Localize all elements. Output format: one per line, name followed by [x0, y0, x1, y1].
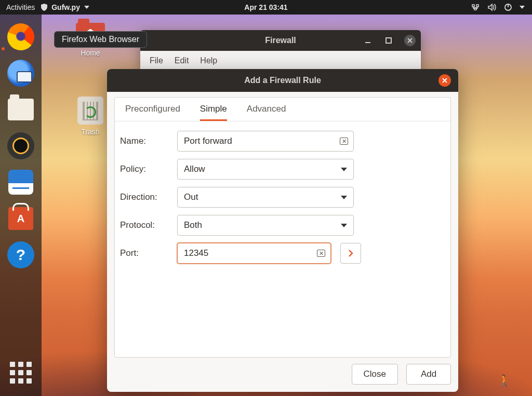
policy-select[interactable]: Allow [177, 159, 354, 180]
power-icon[interactable] [504, 3, 512, 11]
dock: ? [0, 15, 42, 396]
desktop-trash-label: Trash [70, 128, 111, 136]
desktop-home-label: Home [70, 49, 111, 57]
shield-icon [40, 3, 48, 11]
dialog-footer: Close Add [107, 358, 458, 392]
dock-help[interactable]: ? [7, 241, 35, 269]
close-button[interactable] [404, 35, 416, 46]
wallpaper-hiker: 🚶 [497, 374, 511, 388]
clock[interactable]: Apr 21 03:41 [244, 3, 287, 11]
menu-edit[interactable]: Edit [175, 56, 189, 65]
dialog-title: Add a Firewall Rule [244, 76, 321, 85]
dialog-panel: Preconfigured Simple Advanced Name: Port… [114, 97, 451, 358]
grid-icon [10, 362, 32, 384]
caret-down-icon [84, 6, 89, 9]
dock-software[interactable] [7, 204, 35, 233]
firewall-window: Firewall File Edit Help [140, 30, 421, 72]
label-protocol: Protocol: [120, 220, 168, 230]
minimize-button[interactable] [363, 35, 373, 46]
dialog-titlebar[interactable]: Add a Firewall Rule [107, 69, 458, 92]
firewall-titlebar[interactable]: Firewall [140, 30, 421, 51]
clear-port-button[interactable]: ✕ [317, 250, 325, 257]
firewall-title: Firewall [265, 36, 296, 45]
add-rule-dialog: Add a Firewall Rule Preconfigured Simple… [107, 69, 458, 392]
firewall-menubar: File Edit Help [140, 51, 421, 71]
port-input-value: 12345 [184, 248, 208, 258]
svg-rect-1 [386, 38, 391, 43]
caret-down-icon [341, 168, 347, 171]
label-name: Name: [120, 136, 168, 146]
label-direction: Direction: [120, 192, 168, 202]
dock-firefox[interactable] [7, 23, 35, 51]
document-icon [8, 170, 33, 195]
direction-select[interactable]: Out [177, 187, 354, 208]
activities-button[interactable]: Activities [6, 3, 35, 11]
caret-down-icon [341, 224, 347, 227]
system-menu-caret-icon[interactable] [520, 6, 525, 9]
protocol-value: Both [184, 220, 202, 230]
tab-simple[interactable]: Simple [200, 104, 227, 121]
trash-icon [77, 97, 103, 125]
port-next-button[interactable] [340, 243, 361, 264]
desktop-trash[interactable]: Trash [70, 97, 111, 136]
dialog-close-button[interactable] [438, 74, 451, 87]
close-icon [442, 77, 448, 84]
shopping-bag-icon [8, 207, 33, 230]
chevron-right-icon [347, 249, 355, 257]
name-input-value: Port forward [184, 136, 232, 146]
protocol-select[interactable]: Both [177, 215, 354, 236]
dock-rhythmbox[interactable] [7, 132, 35, 160]
direction-value: Out [184, 192, 198, 202]
tab-advanced[interactable]: Advanced [247, 104, 286, 121]
simple-form: Name: Port forward ✕ Policy: Allow Direc… [115, 121, 450, 280]
maximize-button[interactable] [383, 35, 394, 46]
tooltip: Firefox Web Browser [54, 31, 147, 48]
clear-name-button[interactable]: ✕ [340, 138, 348, 145]
question-icon: ? [7, 241, 34, 268]
label-policy: Policy: [120, 164, 168, 174]
app-indicator[interactable]: Gufw.py [40, 3, 89, 11]
tab-preconfigured[interactable]: Preconfigured [125, 104, 180, 121]
menu-file[interactable]: File [150, 56, 163, 65]
caret-down-icon [341, 196, 347, 199]
thunderbird-icon [7, 60, 34, 87]
network-icon[interactable] [471, 3, 480, 11]
firefox-icon [7, 23, 34, 50]
policy-value: Allow [184, 164, 205, 174]
top-bar: Activities Gufw.py Apr 21 03:41 [0, 0, 532, 15]
dock-thunderbird[interactable] [7, 59, 35, 87]
dock-files[interactable] [7, 95, 35, 124]
show-applications[interactable] [7, 359, 35, 387]
close-button[interactable]: Close [352, 364, 398, 385]
active-indicator-dot [2, 47, 5, 50]
speaker-icon [7, 132, 34, 159]
tabs: Preconfigured Simple Advanced [115, 98, 450, 121]
add-button[interactable]: Add [406, 364, 451, 385]
dock-libreoffice[interactable] [7, 168, 35, 196]
volume-icon[interactable] [487, 3, 497, 11]
label-port: Port: [120, 248, 168, 258]
menu-help[interactable]: Help [200, 56, 217, 65]
folder-icon [8, 99, 34, 120]
port-input[interactable]: 12345 ✕ [177, 243, 331, 264]
name-input[interactable]: Port forward ✕ [177, 131, 354, 152]
